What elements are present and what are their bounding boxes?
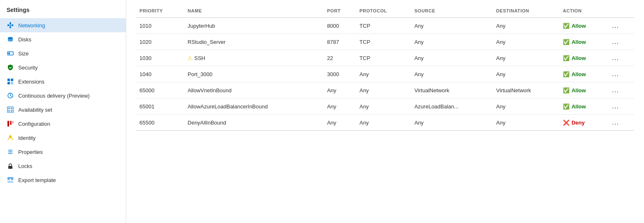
col-header-source: SOURCE [411,3,493,18]
allow-icon: ✅ [563,39,570,45]
table-row: 1040Port_30003000AnyAnyAny✅Allow... [136,66,634,82]
col-header-port: PORT [324,3,356,18]
sidebar-item-locks[interactable]: Locks [0,159,126,173]
more-actions-button[interactable]: ... [610,38,620,46]
cell-name: AllowVnetInBound [184,82,324,98]
sidebar-item-extensions[interactable]: Extensions [0,74,126,89]
sidebar: Settings NetworkingDisksSizeSecurityExte… [0,0,126,223]
cell-priority: 1010 [136,18,184,34]
action-label: Allow [572,87,586,94]
sidebar-item-security[interactable]: Security [0,60,126,74]
rule-name: RStudio_Server [187,39,226,45]
extensions-icon [7,78,14,85]
rule-name: DenyAllInBound [187,120,226,126]
more-actions-button[interactable]: ... [610,86,620,94]
cell-more-actions: ... [607,18,634,34]
cell-name: JupyterHub [184,18,324,34]
action-label: Allow [572,39,586,45]
sidebar-item-disks[interactable]: Disks [0,32,126,46]
sidebar-item-label: Export template [18,177,56,183]
cell-priority: 1020 [136,34,184,50]
sidebar-item-properties[interactable]: Properties [0,145,126,159]
cell-destination: Any [493,18,560,34]
cell-protocol: TCP [356,18,411,34]
properties-icon [7,148,14,156]
more-actions-button[interactable]: ... [610,103,620,110]
cell-source: Any [411,115,493,131]
cell-source: Any [411,66,493,82]
cell-port: 22 [324,50,356,66]
cell-destination: Any [493,34,560,50]
sidebar-item-size[interactable]: Size [0,46,126,60]
more-actions-button[interactable]: ... [610,22,620,29]
sidebar-item-label: Availability set [18,107,52,113]
cell-more-actions: ... [607,34,634,50]
cell-priority: 65001 [136,98,184,115]
svg-rect-19 [7,121,9,127]
allow-icon: ✅ [563,55,570,61]
sidebar-item-continuous-delivery[interactable]: Continuous delivery (Preview) [0,89,126,103]
col-header-name: NAME [184,3,324,18]
svg-rect-3 [10,26,11,28]
sidebar-title: Settings [0,3,126,18]
table-row: 65500DenyAllInBoundAnyAnyAnyAny❌Deny... [136,115,634,131]
networking-icon [7,22,14,29]
sidebar-item-identity[interactable]: Identity [0,131,126,145]
allow-icon: ✅ [563,71,570,77]
table-row: 65000AllowVnetInBoundAnyAnyVirtualNetwor… [136,82,634,98]
svg-rect-17 [8,110,10,112]
cell-port: Any [324,82,356,98]
table-row: 1020RStudio_Server8787TCPAnyAny✅Allow... [136,34,634,50]
cell-more-actions: ... [607,115,634,131]
cell-name: Port_3000 [184,66,324,82]
svg-rect-1 [12,24,13,26]
rule-name: AllowVnetInBound [187,87,231,94]
action-label: Allow [572,23,586,29]
table-row: 1010JupyterHub8000TCPAnyAny✅Allow... [136,18,634,34]
sidebar-item-label: Extensions [18,79,45,85]
cell-port: 8000 [324,18,356,34]
rule-name: SSH [194,55,205,61]
cell-priority: 65000 [136,82,184,98]
cell-more-actions: ... [607,50,634,66]
cell-priority: 65500 [136,115,184,131]
cell-source: Any [411,34,493,50]
rules-table: PRIORITYNAMEPORTPROTOCOLSOURCEDESTINATIO… [136,3,634,131]
cell-action: ✅Allow [560,18,607,34]
sidebar-item-label: Properties [18,149,43,155]
rule-name: AllowAzureLoadBalancerInBound [187,103,268,110]
svg-rect-12 [11,82,13,84]
cell-more-actions: ... [607,66,634,82]
rule-name: JupyterHub [187,23,215,29]
svg-rect-11 [7,82,10,84]
sidebar-item-label: Identity [18,135,36,141]
size-icon [7,50,14,57]
cell-source: AzureLoadBalan... [411,98,493,115]
svg-rect-10 [11,79,13,81]
sidebar-item-configuration[interactable]: Configuration [0,117,126,131]
cell-name: RStudio_Server [184,34,324,50]
more-actions-button[interactable]: ... [610,119,620,126]
cell-port: 8787 [324,34,356,50]
cell-name: DenyAllInBound [184,115,324,131]
action-label: Allow [572,103,586,110]
more-actions-button[interactable]: ... [610,54,620,62]
cell-protocol: Any [356,66,411,82]
sidebar-item-networking[interactable]: Networking [0,18,126,32]
cell-source: VirtualNetwork [411,82,493,98]
sidebar-item-label: Networking [18,22,45,29]
cell-action: ✅Allow [560,50,607,66]
sidebar-item-availability-set[interactable]: Availability set [0,103,126,117]
cell-protocol: TCP [356,34,411,50]
cell-source: Any [411,50,493,66]
allow-icon: ✅ [563,23,570,29]
svg-rect-16 [11,108,12,109]
sidebar-item-export-template[interactable]: Export template [0,173,126,187]
allow-icon: ✅ [563,103,570,110]
cell-name: ⚠SSH [184,50,324,66]
allow-icon: ✅ [563,87,570,94]
svg-rect-15 [8,108,10,109]
cell-protocol: Any [356,82,411,98]
cell-destination: Any [493,115,560,131]
more-actions-button[interactable]: ... [610,70,620,78]
